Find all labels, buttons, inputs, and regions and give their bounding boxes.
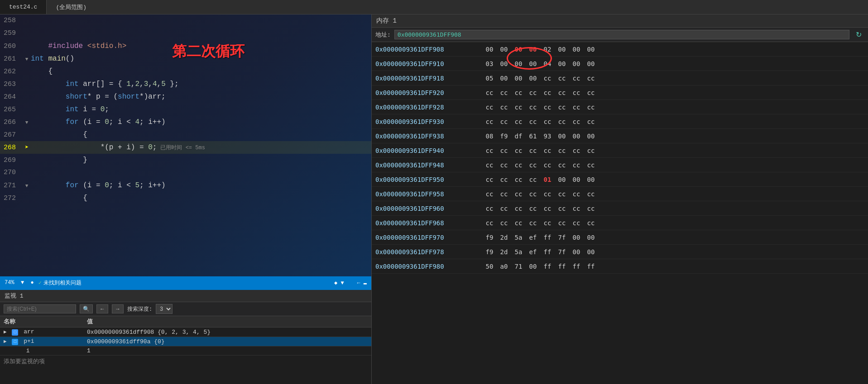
ptr-icon: □	[12, 339, 18, 345]
memory-row: 0x0000009361DFF930cccccccccccccccc	[372, 114, 868, 129]
mem-byte: f9	[499, 133, 509, 140]
watch-item-arr[interactable]: ▶ □ arr 0x00000009361dff908 {0, 2, 3, 4,…	[0, 327, 371, 337]
nav-fwd-btn[interactable]: →	[112, 304, 124, 313]
search-icon-btn[interactable]: 🔍	[80, 304, 93, 313]
mem-byte: cc	[499, 118, 509, 125]
refresh-button[interactable]: ↻	[853, 29, 864, 40]
mem-byte: cc	[542, 147, 553, 154]
code-line-269: 269 }	[0, 154, 371, 166]
nav-back-btn[interactable]: ←	[96, 304, 108, 313]
mem-addr: 0x0000009361DFF948	[372, 161, 480, 169]
mem-byte: cc	[499, 205, 509, 212]
mem-byte: cc	[556, 147, 567, 154]
mem-byte: 2d	[499, 248, 509, 256]
collapse-261[interactable]: ▼	[23, 56, 30, 63]
mem-byte: cc	[528, 219, 538, 227]
mem-byte: 00	[556, 46, 567, 53]
mem-byte: cc	[542, 104, 553, 111]
mem-addr: 0x0000009361DFF928	[372, 104, 480, 111]
memory-panel-title: 内存 1	[372, 14, 868, 28]
mem-byte: cc	[528, 89, 538, 96]
depth-select[interactable]: 3 1 2 4 5	[156, 304, 173, 314]
mem-addr: 0x0000009361DFF918	[372, 75, 480, 82]
mem-byte: cc	[499, 161, 509, 169]
watch-item-pi[interactable]: ▶ □ p+i 0x0000009361dff90a {0}	[0, 337, 371, 346]
col-value: 值	[83, 316, 371, 327]
memory-content[interactable]: 0x0000009361DFF90800000000020000000x0000…	[372, 42, 868, 384]
watch-toolbar: 🔍 ← → 搜索深度: 3 1 2 4 5	[0, 302, 371, 316]
mem-byte: 5a	[513, 248, 524, 256]
code-line-263: 263 int arr[] = { 1 , 2 , 3 , 4 , 5 };	[0, 78, 371, 90]
mem-byte: 00	[556, 60, 567, 67]
annotation-overlay: 第二次循环	[172, 42, 245, 62]
address-label: 地址:	[375, 31, 391, 39]
mem-byte: cc	[542, 205, 553, 212]
collapse-266[interactable]: ▼	[23, 119, 30, 126]
mem-byte: cc	[571, 75, 582, 82]
left-panel: 第二次循环 258 259 260	[0, 14, 371, 384]
memory-row: 0x0000009361DFF9100300000004000000	[372, 57, 868, 71]
memory-row: 0x0000009361DFF98050a07100ffffffff	[372, 259, 868, 274]
add-watch-button[interactable]: 添加要监视的项	[0, 356, 371, 367]
mem-byte: cc	[513, 89, 524, 96]
mem-byte: f9	[484, 248, 495, 256]
mem-byte: cc	[499, 219, 509, 227]
code-line-272: 272 {	[0, 192, 371, 204]
mem-bytes: cccccccccccccccc	[480, 190, 868, 198]
mem-byte: ef	[528, 234, 538, 241]
time-hint-268: 已用时间 <= 5ms	[160, 142, 205, 154]
memory-row: 0x0000009361DFF940cccccccccccccccc	[372, 143, 868, 158]
mem-byte: cc	[571, 118, 582, 125]
mem-bytes: cccccccccccccccc	[480, 147, 868, 154]
mem-byte: ff	[542, 234, 553, 241]
mem-byte: cc	[585, 205, 596, 212]
watch-table: 名称 值 ▶ □ arr 0x00000009361dff908 {0, 2, …	[0, 316, 371, 356]
mem-byte: 93	[542, 133, 553, 140]
mem-addr: 0x0000009361DFF958	[372, 190, 480, 198]
col-name: 名称	[0, 316, 83, 327]
mem-byte: cc	[528, 118, 538, 125]
watch-search-input[interactable]	[4, 304, 76, 313]
memory-toolbar: 地址: ↻	[372, 28, 868, 42]
mem-addr: 0x0000009361DFF910	[372, 60, 480, 67]
file-tab[interactable]: test24.c	[0, 0, 47, 14]
memory-panel: 内存 1 地址: ↻ 0x0000009361DFF90800000000020…	[371, 14, 868, 384]
code-editor[interactable]: 第二次循环 258 259 260	[0, 14, 371, 276]
memory-row: 0x0000009361DFF960cccccccccccccccc	[372, 201, 868, 216]
mem-byte: 00	[513, 60, 524, 67]
line-number-269: 269	[0, 154, 23, 167]
mem-byte: ff	[542, 248, 553, 256]
mem-byte: cc	[571, 190, 582, 198]
mem-addr: 0x0000009361DFF908	[372, 46, 480, 53]
mem-bytes: cccccccccccccccc	[480, 219, 868, 227]
mem-byte: cc	[556, 161, 567, 169]
mem-byte: 00	[571, 133, 582, 140]
line-number-259: 259	[0, 27, 23, 40]
mem-byte: df	[513, 133, 524, 140]
mem-byte: cc	[585, 161, 596, 169]
memory-row: 0x0000009361DFF93808f9df6193000000	[372, 129, 868, 143]
collapse-271[interactable]: ▼	[23, 182, 30, 190]
file-tab-label: test24.c	[9, 4, 37, 10]
mem-byte: cc	[571, 147, 582, 154]
address-input[interactable]	[394, 30, 849, 39]
code-status-bar: 74% ▼ ● ✓ 未找到相关问题 ◆ ▼ ← ▬	[0, 276, 371, 289]
code-line-259: 259	[0, 27, 371, 40]
mem-byte: cc	[528, 161, 538, 169]
mem-byte: cc	[585, 75, 596, 82]
mem-byte: cc	[499, 104, 509, 111]
line-number-271: 271	[0, 180, 23, 192]
code-line-268: 268 ➤ *(p + i) = 0 ; 已用时间 <= 5ms	[0, 141, 371, 154]
mem-byte: cc	[484, 89, 495, 96]
mem-byte: cc	[585, 118, 596, 125]
mem-byte: cc	[499, 176, 509, 183]
mem-bytes: cccccccccccccccc	[480, 89, 868, 96]
mem-byte: cc	[528, 147, 538, 154]
mem-bytes: cccccccccccccccc	[480, 104, 868, 111]
mem-byte: cc	[585, 147, 596, 154]
mem-addr: 0x0000009361DFF978	[372, 248, 480, 256]
memory-row: 0x0000009361DFF9080000000002000000	[372, 42, 868, 57]
memory-row: 0x0000009361DFF950cccccccc01000000	[372, 172, 868, 187]
memory-row: 0x0000009361DFF920cccccccccccccccc	[372, 85, 868, 100]
watch-item-i[interactable]: ▶ i 1	[0, 346, 371, 356]
